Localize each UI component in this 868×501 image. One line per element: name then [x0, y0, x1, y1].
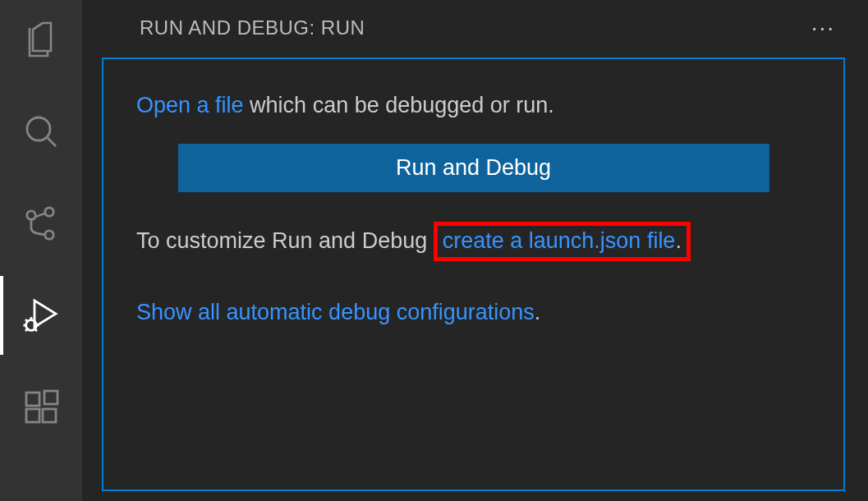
- open-file-line: Open a file which can be debugged or run…: [136, 89, 811, 122]
- activity-extensions[interactable]: [0, 383, 82, 432]
- activity-explorer[interactable]: [0, 15, 82, 64]
- explorer-icon: [21, 20, 61, 59]
- svg-point-2: [45, 208, 53, 216]
- run-and-debug-button[interactable]: Run and Debug: [178, 144, 769, 192]
- svg-line-11: [25, 329, 28, 331]
- show-all-line: Show all automatic debug configurations.: [136, 296, 811, 329]
- svg-point-4: [45, 231, 53, 239]
- svg-line-10: [34, 329, 37, 331]
- customize-line: To customize Run and Debug create a laun…: [136, 222, 811, 261]
- sidebar-header: RUN AND DEBUG: RUN ···: [82, 0, 868, 57]
- svg-line-9: [25, 319, 28, 322]
- activity-source-control[interactable]: [0, 199, 82, 248]
- svg-point-0: [27, 117, 50, 140]
- sidebar-title: RUN AND DEBUG: RUN: [140, 16, 365, 39]
- open-file-tail: which can be debugged or run.: [244, 93, 554, 117]
- svg-rect-12: [26, 393, 39, 406]
- app-root: RUN AND DEBUG: RUN ··· Open a file which…: [0, 0, 868, 501]
- search-icon: [21, 112, 61, 151]
- source-control-icon: [21, 204, 61, 243]
- period: .: [675, 228, 682, 253]
- show-all-configs-link[interactable]: Show all automatic debug configurations: [136, 300, 535, 324]
- run-debug-welcome: Open a file which can be debugged or run…: [102, 57, 845, 491]
- svg-rect-14: [43, 409, 56, 422]
- create-launch-highlight: create a launch.json file.: [434, 222, 691, 261]
- extensions-icon: [21, 388, 61, 427]
- svg-rect-15: [44, 391, 57, 404]
- open-file-link[interactable]: Open a file: [136, 93, 244, 117]
- period-2: .: [535, 300, 541, 324]
- customize-lead: To customize Run and Debug: [136, 228, 434, 253]
- svg-line-1: [48, 138, 56, 146]
- run-debug-icon: [21, 296, 61, 335]
- activity-search[interactable]: [0, 107, 82, 156]
- svg-rect-13: [26, 409, 39, 422]
- create-launch-link[interactable]: create a launch.json file: [443, 228, 676, 253]
- activity-bar: [0, 0, 82, 501]
- run-debug-sidebar: RUN AND DEBUG: RUN ··· Open a file which…: [82, 0, 868, 501]
- activity-run-debug[interactable]: [0, 291, 82, 340]
- more-actions-button[interactable]: ···: [811, 22, 843, 34]
